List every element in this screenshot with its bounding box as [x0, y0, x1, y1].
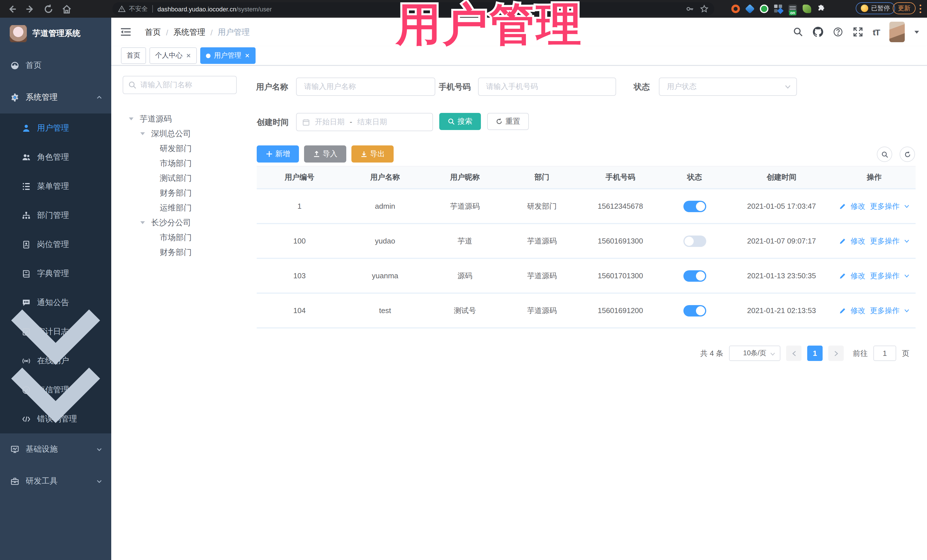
sidebar-item-post-mgmt[interactable]: 岗位管理 [0, 230, 111, 259]
goto-page-input[interactable]: 1 [873, 346, 896, 361]
more-actions-link[interactable]: 更多操作 [870, 236, 900, 246]
back-icon[interactable] [7, 4, 17, 14]
status-select[interactable]: 用户状态 [659, 77, 797, 96]
tree-node[interactable]: 长沙分公司 [123, 216, 237, 231]
prev-page-button[interactable] [786, 346, 801, 361]
extension-on-badge-icon[interactable]: on [789, 5, 797, 13]
sidebar-item-role-mgmt[interactable]: 角色管理 [0, 143, 111, 171]
tree-expand-icon[interactable] [140, 132, 145, 137]
tree-node[interactable]: 财务部门 [123, 245, 237, 260]
tag-tab-user-mgmt[interactable]: 用户管理 [200, 47, 255, 64]
sidebar-item-label: 首页 [26, 61, 42, 71]
sidebar-collapse-icon[interactable] [121, 27, 131, 36]
sidebar-item-sms-mgmt[interactable]: 短信管理 [0, 375, 111, 404]
breadcrumb-system[interactable]: 系统管理 [173, 27, 205, 38]
address-bar[interactable]: 不安全 dashboard.yudao.iocoder.cn/system/us… [112, 2, 714, 15]
font-size-icon[interactable]: tT [873, 27, 880, 37]
col-header-nickname: 用户昵称 [428, 172, 502, 182]
toggle-search-button[interactable] [877, 147, 892, 162]
breadcrumb-home[interactable]: 首页 [145, 27, 161, 38]
col-header-username: 用户名称 [342, 172, 428, 182]
tree-node[interactable]: 深圳总公司 [123, 127, 237, 141]
status-toggle[interactable] [683, 270, 706, 281]
sidebar-item-label: 用户管理 [37, 123, 69, 133]
tag-tab-home[interactable]: 首页 [121, 47, 146, 64]
upload-icon [313, 150, 320, 157]
sidebar-item-dev-tools[interactable]: 研发工具 [0, 465, 111, 497]
tree-node[interactable]: 市场部门 [123, 231, 237, 245]
tree-expand-icon[interactable] [129, 117, 134, 123]
edit-link[interactable]: 修改 [851, 201, 865, 211]
forward-icon[interactable] [25, 4, 35, 14]
sidebar-item-label: 错误码管理 [37, 414, 77, 424]
extension-green-circle-icon[interactable] [760, 5, 768, 13]
more-actions-link[interactable]: 更多操作 [870, 270, 900, 281]
next-page-button[interactable] [828, 346, 844, 361]
url-path: /system/user [236, 5, 272, 12]
profile-paused-chip[interactable]: 已暂停 [856, 2, 895, 14]
username-input[interactable]: 请输入用户名称 [296, 77, 435, 96]
tree-node[interactable]: 研发部门 [123, 141, 237, 156]
tag-view-bar: 首页 个人中心 用户管理 [111, 46, 927, 65]
add-button[interactable]: 新增 [257, 146, 299, 162]
sidebar-item-system[interactable]: 系统管理 [0, 82, 111, 114]
date-range-input[interactable]: 开始日期 - 结束日期 [296, 113, 433, 131]
sidebar-item-error-code[interactable]: 错误码管理 [0, 404, 111, 433]
chevron-left-icon [792, 351, 796, 356]
edit-link[interactable]: 修改 [851, 236, 865, 246]
edit-link[interactable]: 修改 [851, 305, 865, 316]
tree-node[interactable]: 财务部门 [123, 186, 237, 201]
tag-tab-profile[interactable]: 个人中心 [149, 47, 197, 64]
bookmark-star-icon[interactable] [700, 5, 708, 13]
sidebar-item-dept-mgmt[interactable]: 部门管理 [0, 201, 111, 230]
tree-node[interactable]: 运维部门 [123, 201, 237, 216]
status-toggle[interactable] [683, 305, 706, 316]
home-icon[interactable] [62, 4, 72, 14]
reset-button[interactable]: 重置 [487, 113, 529, 130]
search-button[interactable]: 搜索 [439, 113, 481, 130]
app-logo-row[interactable]: 芋道管理系统 [0, 18, 111, 50]
page-size-select[interactable]: 10条/页 [729, 346, 780, 361]
sidebar-item-label: 基础设施 [26, 444, 58, 454]
close-icon[interactable] [186, 53, 191, 58]
tree-node[interactable]: 测试部门 [123, 171, 237, 186]
profile-avatar-emoji-icon [861, 5, 868, 12]
extension-green-tool-icon[interactable] [802, 5, 811, 13]
help-icon[interactable] [833, 27, 843, 37]
more-actions-link[interactable]: 更多操作 [870, 305, 900, 316]
avatar-caret-icon[interactable] [915, 30, 919, 36]
breadcrumb: 首页 / 系统管理 / 用户管理 [145, 27, 250, 38]
refresh-table-button[interactable] [900, 147, 915, 162]
page-number-current[interactable]: 1 [807, 346, 823, 361]
export-button[interactable]: 导出 [351, 146, 394, 162]
status-toggle[interactable] [683, 235, 706, 247]
close-icon[interactable] [245, 53, 250, 58]
tree-expand-icon[interactable] [140, 221, 145, 226]
fullscreen-icon[interactable] [853, 27, 863, 37]
user-avatar[interactable] [889, 22, 905, 42]
sidebar-item-user-mgmt[interactable]: 用户管理 [0, 114, 111, 143]
sidebar-item-infra[interactable]: 基础设施 [0, 433, 111, 465]
sidebar-item-menu-mgmt[interactable]: 菜单管理 [0, 171, 111, 201]
tree-node[interactable]: 芋道源码 [123, 112, 237, 127]
search-icon[interactable] [793, 27, 803, 37]
username-label: 用户名称 [256, 77, 288, 96]
more-actions-link[interactable]: 更多操作 [870, 201, 900, 211]
status-toggle[interactable] [683, 200, 706, 212]
extension-orange-ring-icon[interactable] [731, 5, 740, 13]
password-key-icon[interactable] [686, 5, 694, 13]
dept-search-input[interactable]: 请输入部门名称 [123, 76, 237, 94]
chrome-update-button[interactable]: 更新 [893, 2, 916, 14]
extension-blue-gem-icon[interactable] [745, 4, 755, 14]
sidebar-item-home[interactable]: 首页 [0, 50, 111, 82]
extensions-puzzle-icon[interactable] [817, 5, 825, 13]
reload-icon[interactable] [43, 4, 54, 14]
edit-link[interactable]: 修改 [851, 270, 865, 281]
page-header: 首页 / 系统管理 / 用户管理 tT [111, 18, 927, 46]
import-button[interactable]: 导入 [304, 146, 346, 162]
tree-node[interactable]: 市场部门 [123, 156, 237, 171]
mobile-input[interactable]: 请输入手机号码 [478, 77, 616, 96]
extension-grid-icon[interactable] [774, 5, 783, 13]
github-icon[interactable] [813, 27, 823, 37]
browser-menu-icon[interactable] [919, 5, 921, 15]
